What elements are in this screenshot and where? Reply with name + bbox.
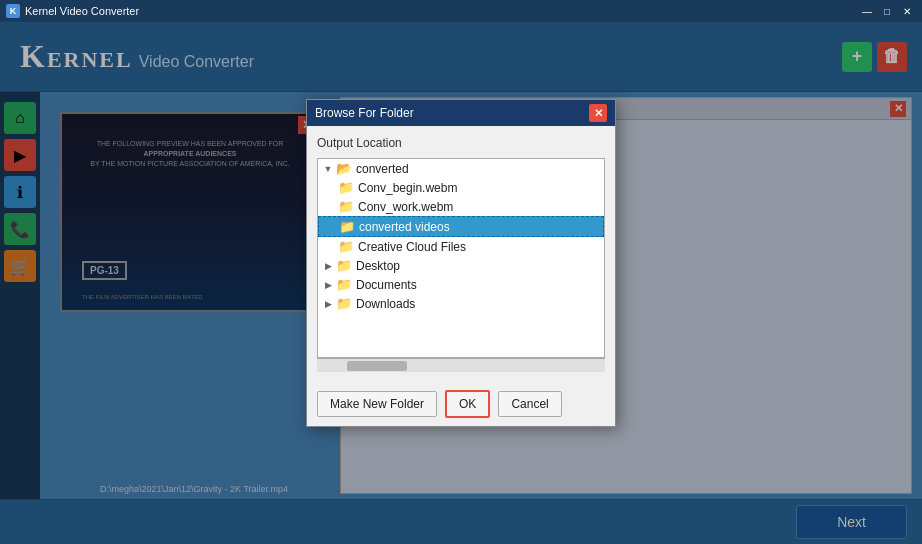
tree-item-creative-cloud[interactable]: 📁 Creative Cloud Files (318, 237, 604, 256)
tree-item-label: Conv_begin.webm (358, 181, 457, 195)
tree-item-desktop[interactable]: ▶ 📁 Desktop (318, 256, 604, 275)
folder-icon: 📁 (338, 199, 354, 214)
dialog-close-button[interactable]: ✕ (589, 104, 607, 122)
title-bar: K Kernel Video Converter — □ ✕ (0, 0, 922, 22)
tree-item-converted-videos[interactable]: 📁 converted videos (318, 216, 604, 237)
browse-folder-dialog: Browse For Folder ✕ Output Location ▼ 📂 … (306, 99, 616, 427)
tree-item-label: converted videos (359, 220, 450, 234)
tree-item-conv-work[interactable]: 📁 Conv_work.webm (318, 197, 604, 216)
make-new-folder-button[interactable]: Make New Folder (317, 391, 437, 417)
tree-item-documents[interactable]: ▶ 📁 Documents (318, 275, 604, 294)
folder-open-icon: 📂 (336, 161, 352, 176)
tree-item-downloads[interactable]: ▶ 📁 Downloads (318, 294, 604, 313)
tree-item-converted[interactable]: ▼ 📂 converted (318, 159, 604, 178)
app-icon: K (6, 4, 20, 18)
folder-icon: 📁 (339, 219, 355, 234)
dialog-footer: Make New Folder OK Cancel (307, 382, 615, 426)
dialog-title: Browse For Folder (315, 106, 414, 120)
horizontal-scrollbar[interactable] (317, 358, 605, 372)
tree-item-label: converted (356, 162, 409, 176)
tree-expand-icon: ▶ (322, 298, 334, 310)
cancel-button[interactable]: Cancel (498, 391, 561, 417)
tree-expand-icon: ▼ (322, 163, 334, 175)
dialog-titlebar: Browse For Folder ✕ (307, 100, 615, 126)
dialog-body: Output Location ▼ 📂 converted 📁 Conv_beg… (307, 126, 615, 382)
folder-special-icon: 📁 (336, 277, 352, 292)
tree-expand-icon: ▶ (322, 279, 334, 291)
tree-expand-icon: ▶ (322, 260, 334, 272)
minimize-button[interactable]: — (858, 4, 876, 18)
dialog-output-label: Output Location (317, 136, 605, 150)
tree-item-label: Downloads (356, 297, 415, 311)
folder-tree[interactable]: ▼ 📂 converted 📁 Conv_begin.webm 📁 Conv_w… (317, 158, 605, 358)
scroll-thumb (347, 361, 407, 371)
maximize-button[interactable]: □ (878, 4, 896, 18)
tree-item-conv-begin[interactable]: 📁 Conv_begin.webm (318, 178, 604, 197)
dialog-overlay: Browse For Folder ✕ Output Location ▼ 📂 … (0, 22, 922, 544)
tree-item-label: Documents (356, 278, 417, 292)
title-bar-controls: — □ ✕ (858, 4, 916, 18)
folder-special-icon: 📁 (336, 296, 352, 311)
folder-icon: 📁 (338, 180, 354, 195)
folder-icon: 📁 (338, 239, 354, 254)
app-title: Kernel Video Converter (25, 5, 139, 17)
tree-item-label: Creative Cloud Files (358, 240, 466, 254)
ok-button[interactable]: OK (445, 390, 490, 418)
window-close-button[interactable]: ✕ (898, 4, 916, 18)
app-area: Kernel Video Converter + 🗑 ⌂ ▶ ℹ 📞 🛒 ✕ T… (0, 22, 922, 544)
tree-item-label: Desktop (356, 259, 400, 273)
tree-item-label: Conv_work.webm (358, 200, 453, 214)
folder-special-icon: 📁 (336, 258, 352, 273)
title-bar-left: K Kernel Video Converter (6, 4, 139, 18)
